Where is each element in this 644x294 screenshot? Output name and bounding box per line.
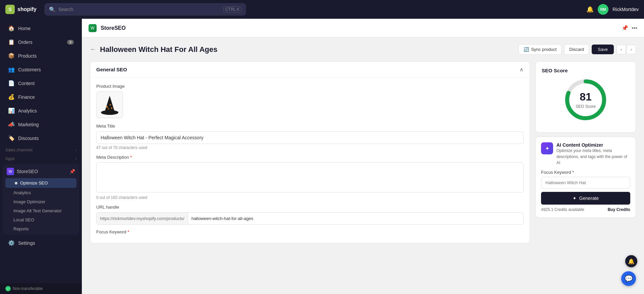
score-label: SEO Score: [576, 104, 596, 109]
topbar-right: 🔔 RM RickMortdev: [586, 4, 639, 15]
focus-keyword-label: Focus Keyword *: [96, 229, 524, 234]
sidebar-item-analytics-label: Analytics: [18, 108, 37, 114]
credits-row: 4925.1 Credits available Buy Credits: [541, 207, 630, 212]
settings-icon: ⚙️: [8, 240, 15, 246]
search-bar[interactable]: 🔍 CTRL K: [45, 3, 246, 15]
svg-point-5: [111, 107, 112, 108]
pin-icon[interactable]: 📌: [622, 25, 628, 31]
sync-icon: 🔄: [524, 47, 529, 52]
ai-optimizer-text: AI Content Optimizer Optimize your meta …: [556, 142, 630, 166]
meta-description-label: Meta Description *: [96, 155, 524, 160]
save-button[interactable]: Save: [592, 45, 614, 54]
chat-bubble[interactable]: 💬: [621, 271, 636, 286]
next-arrow[interactable]: ›: [627, 45, 636, 54]
username: RickMortdev: [612, 7, 639, 12]
sidebar-item-products-label: Products: [18, 53, 37, 59]
ai-optimizer-header: ✦ AI Content Optimizer Optimize your met…: [541, 142, 630, 166]
sidebar-item-customers-label: Customers: [18, 67, 41, 72]
panel-title: General SEO: [96, 67, 127, 72]
sidebar-item-discounts[interactable]: 🏷️ Discounts: [3, 132, 79, 145]
non-transferable-label: Non-transferable: [13, 286, 43, 291]
sales-channels-expand-icon[interactable]: ›: [75, 148, 76, 152]
sidebar-item-discounts-label: Discounts: [18, 136, 39, 141]
sidebar-item-customers[interactable]: 👥 Customers: [3, 63, 79, 76]
sidebar-item-reports[interactable]: Reports: [3, 224, 79, 233]
focus-keyword-field-label: Focus Keyword *: [541, 170, 630, 175]
sidebar-item-image-alt-text[interactable]: Image Alt Text Generator: [3, 206, 79, 215]
back-button[interactable]: ←: [90, 46, 96, 53]
sidebar-item-analytics-sub[interactable]: Analytics: [3, 188, 79, 197]
generate-button[interactable]: ✦ Generate: [541, 192, 630, 205]
sidebar-item-local-seo[interactable]: Local SEO: [3, 215, 79, 224]
product-image: [100, 94, 120, 116]
sidebar-item-image-optimizer[interactable]: Image Optimizer: [3, 197, 79, 206]
search-input[interactable]: [58, 7, 221, 12]
score-number: 81: [576, 91, 596, 103]
prev-arrow[interactable]: ‹: [616, 45, 626, 54]
page-title-row: ← Halloween Witch Hat For All Ages 🔄 Syn…: [90, 44, 636, 55]
more-icon[interactable]: •••: [632, 25, 637, 31]
svg-point-2: [106, 106, 108, 107]
sales-channels-section: Sales channels ›: [0, 145, 82, 154]
url-handle-wrapper: https://rickmortdev.myshopify.com/produc…: [96, 212, 524, 225]
sidebar-item-analytics[interactable]: 📊 Analytics: [3, 104, 79, 117]
sidebar-item-home[interactable]: 🏠 Home: [3, 22, 79, 35]
sidebar-item-products[interactable]: 📦 Products: [3, 49, 79, 62]
collapse-icon[interactable]: ∧: [520, 66, 524, 73]
sidebar-item-marketing-label: Marketing: [18, 122, 39, 127]
page-content: ← Halloween Witch Hat For All Ages 🔄 Syn…: [82, 38, 644, 294]
sidebar-item-marketing[interactable]: 📣 Marketing: [3, 118, 79, 131]
shopify-logo-icon: S: [5, 5, 15, 14]
sidebar-item-orders[interactable]: 📋 Orders 9: [3, 35, 79, 49]
seo-score-title: SEO Score: [542, 68, 630, 73]
sidebar-item-finance[interactable]: 💰 Finance: [3, 90, 79, 103]
meta-description-input[interactable]: [96, 162, 524, 193]
image-optimizer-label: Image Optimizer: [13, 199, 45, 204]
optimize-dot: [15, 182, 17, 185]
nav-arrows: ‹ ›: [616, 45, 636, 54]
storeseo-icon: W: [7, 168, 14, 175]
panel-body: Product Image: [90, 78, 530, 243]
focus-keyword-field-input[interactable]: [541, 177, 630, 189]
storeseo-header[interactable]: W StoreSEO 📌: [3, 165, 79, 178]
apps-expand-icon[interactable]: ›: [75, 157, 76, 161]
meta-title-input[interactable]: [96, 131, 524, 144]
meta-title-label: Meta Title: [96, 124, 524, 129]
app-name: StoreSEO: [101, 25, 126, 31]
svg-point-4: [108, 108, 109, 109]
focus-keyword-required: *: [127, 229, 129, 234]
product-image-box: [96, 91, 123, 118]
sidebar-item-content-label: Content: [18, 81, 35, 86]
orders-badge: 9: [67, 40, 74, 45]
buy-credits-link[interactable]: Buy Credits: [608, 207, 630, 212]
bell-icon[interactable]: 🔔: [586, 6, 594, 13]
search-icon: 🔍: [49, 6, 56, 13]
app-header: W StoreSEO 📌 •••: [82, 19, 644, 38]
generate-icon: ✦: [573, 196, 577, 201]
sidebar-item-content[interactable]: 📄 Content: [3, 77, 79, 90]
url-handle-label: URL handle: [96, 205, 524, 210]
header-right-icons: 📌 •••: [622, 25, 637, 31]
optimize-seo-label: Optimize SEO: [20, 180, 48, 186]
notification-bubble[interactable]: 🔔: [625, 255, 637, 267]
search-shortcut: CTRL K: [223, 6, 241, 12]
shopify-logo: S shopify: [5, 5, 37, 14]
analytics-sub-label: Analytics: [13, 190, 31, 195]
url-value: halloween-witch-hat-for-all-ages: [188, 213, 523, 224]
two-column-layout: General SEO ∧ Product Image: [90, 61, 636, 243]
sidebar-item-settings[interactable]: ⚙️ Settings: [3, 236, 79, 249]
ai-icon: ✦: [541, 142, 553, 154]
sync-product-button[interactable]: 🔄 Sync product: [519, 44, 561, 55]
storeseo-group: W StoreSEO 📌 Optimize SEO Analytics Imag…: [3, 164, 79, 235]
meta-description-required: *: [130, 155, 132, 160]
discard-button[interactable]: Discard: [564, 44, 589, 55]
orders-icon: 📋: [8, 39, 15, 45]
customers-icon: 👥: [8, 66, 15, 73]
sidebar-item-optimize-seo[interactable]: Optimize SEO: [5, 178, 76, 188]
sidebar-item-finance-label: Finance: [18, 94, 35, 100]
panel-header: General SEO ∧: [90, 62, 530, 78]
sales-channels-label: Sales channels: [5, 148, 33, 152]
apps-section: Apps ›: [0, 154, 82, 162]
seo-score-card: SEO Score 81 SEO Score: [535, 61, 636, 133]
score-circle: 81 SEO Score: [564, 78, 607, 122]
